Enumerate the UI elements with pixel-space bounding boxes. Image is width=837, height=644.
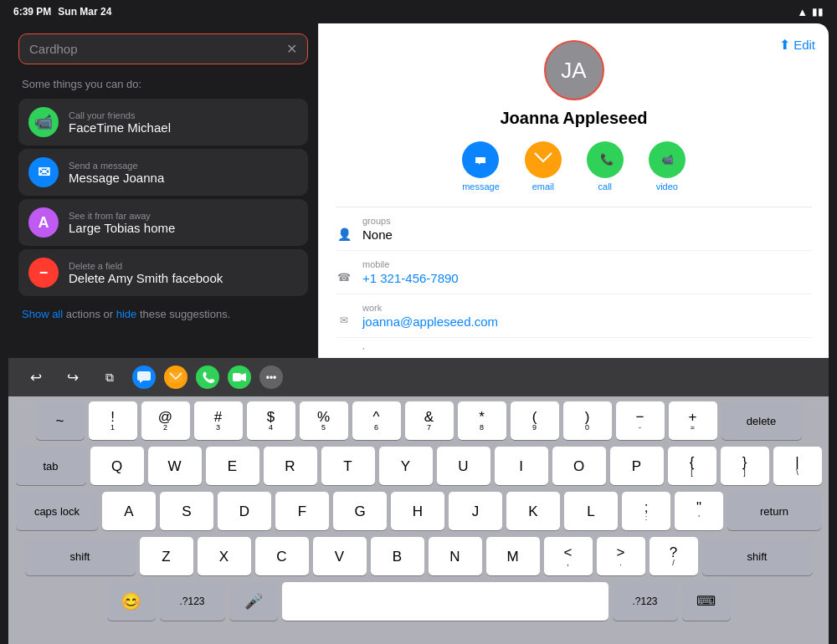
- key-return[interactable]: return: [727, 492, 821, 530]
- key-y[interactable]: Y: [379, 447, 433, 485]
- action-call[interactable]: 📞 call: [587, 141, 624, 192]
- copy-button[interactable]: ⧉: [95, 363, 124, 391]
- action-message[interactable]: message: [462, 141, 500, 192]
- toolbar-more-icon[interactable]: •••: [259, 365, 283, 389]
- key-2[interactable]: @ 2: [141, 401, 190, 440]
- search-input[interactable]: [29, 42, 286, 56]
- key-u[interactable]: U: [437, 447, 490, 485]
- svg-text:📞: 📞: [600, 152, 614, 166]
- key-4[interactable]: $ 4: [247, 401, 295, 440]
- key-o[interactable]: O: [552, 447, 606, 485]
- key-q[interactable]: Q: [90, 447, 144, 485]
- key-num-right[interactable]: .?123: [613, 582, 678, 621]
- toolbar-email-icon[interactable]: [164, 365, 187, 389]
- work-email-value[interactable]: joanna@appleseed.com: [362, 314, 812, 329]
- svg-rect-19: [233, 373, 241, 381]
- toolbar-call-icon[interactable]: [196, 365, 219, 389]
- groups-label: groups: [362, 216, 812, 226]
- key-mic[interactable]: 🎤: [229, 582, 278, 621]
- contact-avatar: JA: [544, 40, 604, 100]
- key-w[interactable]: W: [148, 447, 202, 485]
- suggestion-item-large[interactable]: A See it from far away Large Tobias home: [18, 199, 308, 246]
- suggestion-action-message: Send a message: [69, 161, 164, 171]
- key-backslash[interactable]: | \: [773, 447, 822, 485]
- key-8[interactable]: * 8: [458, 401, 506, 440]
- key-z[interactable]: Z: [140, 537, 193, 575]
- key-1[interactable]: ! 1: [89, 401, 137, 440]
- key-f[interactable]: F: [275, 492, 329, 530]
- key-r[interactable]: R: [264, 447, 317, 485]
- keyboard-row-2: tab Q W E R T Y U I O P { [ } ] | \: [12, 447, 825, 485]
- clear-button[interactable]: ✕: [286, 41, 297, 57]
- suggestion-item-delete[interactable]: − Delete a field Delete Amy Smith facebo…: [18, 249, 308, 296]
- toolbar-message-icon[interactable]: [132, 365, 156, 389]
- key-v[interactable]: V: [313, 537, 367, 575]
- key-comma[interactable]: < ,: [544, 537, 593, 575]
- key-x[interactable]: X: [198, 537, 251, 575]
- key-3[interactable]: # 3: [194, 401, 243, 440]
- key-0[interactable]: ) 0: [563, 401, 612, 440]
- mobile-label: mobile: [362, 259, 812, 269]
- suggestion-item-facetime[interactable]: 📹 Call your friends FaceTime Michael: [18, 99, 308, 146]
- key-space[interactable]: [282, 582, 608, 621]
- key-e[interactable]: E: [206, 447, 259, 485]
- key-p[interactable]: P: [610, 447, 664, 485]
- key-s[interactable]: S: [160, 492, 213, 530]
- key-delete[interactable]: delete: [721, 401, 802, 440]
- action-email[interactable]: email: [525, 141, 562, 192]
- call-label: call: [598, 181, 613, 192]
- toolbar-video-icon[interactable]: [228, 365, 251, 389]
- left-panel: ✕ Some things you can do: 📹 Call your fr…: [8, 23, 318, 358]
- key-emoji[interactable]: 😊: [107, 582, 156, 621]
- key-keyboard[interactable]: ⌨: [682, 582, 731, 621]
- key-tilde[interactable]: ~: [36, 401, 85, 440]
- edit-button[interactable]: ⬆ Edit: [779, 37, 815, 53]
- action-video[interactable]: 📹 video: [649, 141, 686, 192]
- work-label: work: [362, 303, 812, 313]
- key-j[interactable]: J: [449, 492, 502, 530]
- key-capslock[interactable]: caps lock: [16, 492, 98, 530]
- action-buttons: message email 📞 call 📹: [336, 141, 812, 192]
- suggestion-main-message: Message Joanna: [69, 171, 164, 185]
- undo-button[interactable]: ↩: [22, 363, 50, 391]
- message-label: message: [462, 181, 500, 192]
- key-g[interactable]: G: [333, 492, 387, 530]
- key-a[interactable]: A: [102, 492, 156, 530]
- key-d[interactable]: D: [218, 492, 271, 530]
- key-quote[interactable]: " ': [675, 492, 723, 530]
- key-slash[interactable]: ? /: [650, 537, 698, 575]
- key-m[interactable]: M: [486, 537, 540, 575]
- key-7[interactable]: & 7: [405, 401, 454, 440]
- suggestion-item-message[interactable]: ✉ Send a message Message Joanna: [18, 149, 308, 196]
- key-minus[interactable]: − -: [616, 401, 665, 440]
- key-shift-left[interactable]: shift: [25, 537, 136, 575]
- key-6[interactable]: ^ 6: [352, 401, 401, 440]
- key-equals[interactable]: + =: [669, 401, 717, 440]
- key-period[interactable]: > .: [597, 537, 645, 575]
- key-bracket-right[interactable]: } ]: [721, 447, 769, 485]
- key-b[interactable]: B: [371, 537, 424, 575]
- key-c[interactable]: C: [255, 537, 309, 575]
- search-bar[interactable]: ✕: [18, 33, 308, 64]
- top-panels: ✕ Some things you can do: 📹 Call your fr…: [8, 23, 829, 358]
- contact-details: 👤 groups None ☎ mobile +1 321-456-7890 ✉: [336, 207, 812, 350]
- key-semicolon[interactable]: ; :: [622, 492, 670, 530]
- key-n[interactable]: N: [429, 537, 482, 575]
- key-tab[interactable]: tab: [16, 447, 86, 485]
- redo-button[interactable]: ↪: [59, 363, 87, 391]
- key-h[interactable]: H: [391, 492, 444, 530]
- mobile-value[interactable]: +1 321-456-7890: [362, 271, 812, 285]
- show-all-link[interactable]: Show all: [22, 308, 63, 320]
- key-9[interactable]: ( 9: [511, 401, 559, 440]
- key-i[interactable]: I: [495, 447, 548, 485]
- key-l[interactable]: L: [564, 492, 618, 530]
- key-t[interactable]: T: [321, 447, 375, 485]
- key-shift-right[interactable]: shift: [702, 537, 813, 575]
- key-bracket-left[interactable]: { [: [668, 447, 716, 485]
- key-k[interactable]: K: [506, 492, 560, 530]
- key-num-left[interactable]: .?123: [160, 582, 225, 621]
- main-area: ✕ Some things you can do: 📹 Call your fr…: [8, 23, 829, 644]
- hide-link[interactable]: hide: [116, 308, 137, 320]
- key-5[interactable]: % 5: [300, 401, 348, 440]
- suggestion-action-large: See it from far away: [69, 211, 175, 221]
